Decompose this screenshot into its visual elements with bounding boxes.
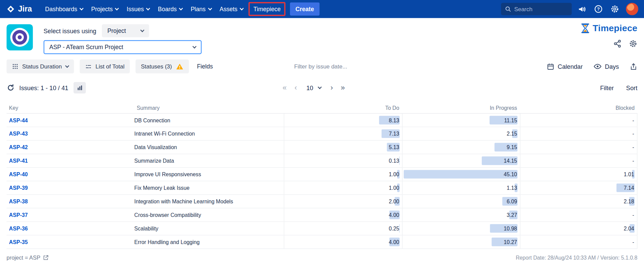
table-body: ASP-44 DB Connection 8.13 11.15 - ASP-43…: [6, 114, 637, 249]
table-row: ASP-43 Intranet Wi-Fi Connection 7.13 2.…: [6, 127, 637, 141]
calendar-view-button[interactable]: Calendar: [547, 62, 583, 70]
duration-value: 1.00: [389, 185, 399, 191]
search-input[interactable]: [514, 6, 568, 12]
statuses-label: Statuses (3): [141, 63, 172, 69]
issue-source-value: Project: [107, 27, 126, 34]
nav-item-projects[interactable]: Projects: [87, 2, 123, 16]
sort-button[interactable]: Sort: [626, 84, 637, 92]
nav-item-timepiece[interactable]: Timepiece: [249, 2, 286, 16]
table-row: ASP-38 Integration with Machine Learning…: [6, 195, 637, 208]
project-select[interactable]: ASP - ATeam Scrum Project: [43, 40, 202, 54]
nav-item-issues[interactable]: Issues: [123, 2, 154, 16]
share-icon[interactable]: [613, 39, 622, 48]
nav-item-boards[interactable]: Boards: [154, 2, 187, 16]
nav-item-assets[interactable]: Assets: [216, 2, 247, 16]
timepiece-app-icon: [6, 24, 33, 50]
duration-value: 0.25: [389, 225, 399, 231]
chevron-down-icon: [140, 28, 144, 32]
table-header-row: Key Summary To Do In Progress Blocked: [6, 103, 637, 114]
issue-key-link[interactable]: ASP-43: [9, 130, 28, 137]
report-type-select[interactable]: Status Duration: [6, 59, 74, 73]
nav-item-dashboards[interactable]: Dashboards: [41, 2, 87, 16]
issues-range-label: Issues: 1 - 10 / 41: [19, 84, 68, 92]
create-button[interactable]: Create: [290, 2, 319, 16]
list-of-total-button[interactable]: List of Total: [79, 59, 130, 73]
duration-value: 1.01: [624, 171, 634, 177]
column-header-key[interactable]: Key: [6, 105, 134, 111]
fields-button[interactable]: Fields: [197, 63, 213, 69]
issue-key-link[interactable]: ASP-40: [9, 171, 28, 177]
duration-value: 6.09: [507, 198, 517, 204]
nav-item-plans[interactable]: Plans: [187, 2, 216, 16]
blocked-duration-cell: -: [520, 208, 638, 222]
key-cell: ASP-42: [6, 144, 134, 150]
issue-key-link[interactable]: ASP-42: [9, 144, 28, 150]
chevron-down-icon: [192, 44, 197, 48]
todo-duration-cell: 7.13: [284, 127, 402, 140]
duration-value: 5.13: [389, 144, 399, 150]
column-header-blocked[interactable]: Blocked: [520, 105, 638, 111]
report-settings-gear-icon[interactable]: [629, 39, 637, 48]
todo-duration-cell: 2.00: [284, 195, 402, 208]
search-box[interactable]: [501, 3, 572, 15]
blocked-duration-cell: 2.18: [520, 195, 638, 208]
list-icon: [85, 63, 92, 70]
key-cell: ASP-37: [6, 212, 134, 218]
duration-value: 7.14: [624, 185, 634, 191]
jira-logo[interactable]: Jira: [6, 4, 32, 14]
issue-source-select[interactable]: Project: [102, 24, 149, 37]
announcements-megaphone-icon[interactable]: [576, 3, 588, 15]
refresh-icon[interactable]: [6, 84, 15, 92]
next-page-icon[interactable]: ›: [331, 84, 333, 92]
column-header-inprogress[interactable]: In Progress: [402, 105, 520, 111]
chart-view-button[interactable]: [74, 82, 86, 94]
chevron-down-icon: [208, 6, 212, 10]
chevron-down-icon: [65, 64, 69, 68]
key-cell: ASP-40: [6, 171, 134, 177]
duration-value: 9.15: [507, 144, 517, 150]
warning-icon: [176, 62, 183, 70]
user-avatar[interactable]: [626, 3, 638, 15]
blocked-duration-cell: 7.14: [520, 181, 638, 195]
duration-value: 1.00: [389, 171, 399, 177]
duration-value: 7.13: [389, 130, 399, 137]
report-type-value: Status Duration: [22, 63, 62, 69]
blocked-duration-cell: -: [520, 154, 638, 167]
pagination-row: Issues: 1 - 10 / 41 « ‹ 10 › » Filter So…: [0, 81, 644, 95]
date-filter-placeholder[interactable]: Filter by issue date...: [294, 63, 347, 69]
issue-key-link[interactable]: ASP-36: [9, 225, 28, 231]
first-page-icon[interactable]: «: [282, 84, 287, 92]
duration-value: -: [632, 239, 634, 245]
issue-key-link[interactable]: ASP-39: [9, 185, 28, 191]
calendar-icon: [547, 62, 554, 70]
issue-key-link[interactable]: ASP-41: [9, 158, 28, 164]
issue-key-link[interactable]: ASP-44: [9, 117, 28, 123]
last-page-icon[interactable]: »: [341, 84, 345, 92]
settings-gear-icon[interactable]: [609, 3, 621, 15]
issue-key-link[interactable]: ASP-35: [9, 239, 28, 245]
project-select-value: ASP - ATeam Scrum Project: [49, 44, 123, 50]
duration-bar: [399, 157, 400, 165]
column-header-todo[interactable]: To Do: [284, 105, 402, 111]
filter-button[interactable]: Filter: [600, 84, 614, 92]
duration-value: 45.10: [504, 171, 517, 177]
duration-value: -: [632, 158, 634, 164]
key-cell: ASP-43: [6, 130, 134, 137]
previous-page-icon[interactable]: ‹: [294, 84, 297, 92]
days-display-button[interactable]: Days: [593, 62, 619, 70]
key-cell: ASP-35: [6, 239, 134, 245]
duration-value: 2.00: [389, 198, 399, 204]
help-icon[interactable]: ?: [592, 3, 605, 15]
duration-value: 11.15: [504, 117, 517, 123]
key-cell: ASP-44: [6, 117, 134, 123]
jql-filter-link[interactable]: project = ASP: [6, 255, 49, 261]
statuses-button[interactable]: Statuses (3): [135, 59, 189, 73]
issue-key-link[interactable]: ASP-38: [9, 198, 28, 204]
page-size-select[interactable]: 10: [305, 84, 323, 92]
blocked-duration-cell: 1.01: [520, 168, 638, 181]
key-cell: ASP-38: [6, 198, 134, 204]
issue-key-link[interactable]: ASP-37: [9, 212, 28, 218]
export-button[interactable]: [630, 62, 638, 70]
column-header-summary[interactable]: Summary: [134, 105, 284, 111]
duration-value: 8.13: [389, 117, 399, 123]
